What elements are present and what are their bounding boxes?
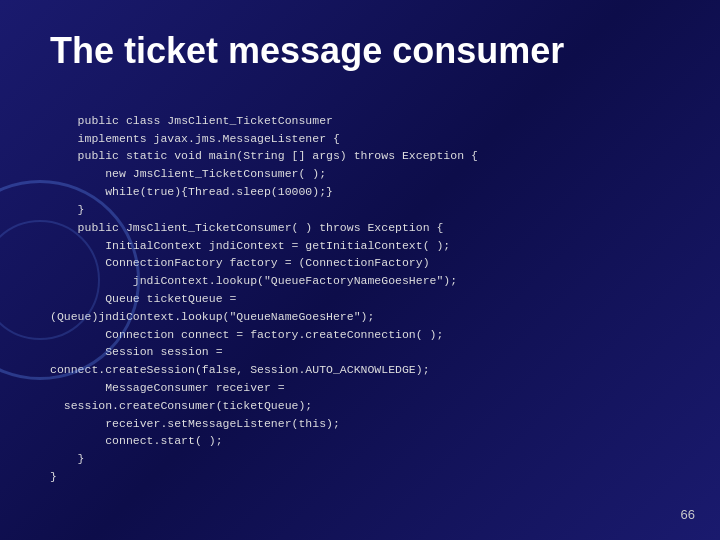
code-line-12: (Queue)jndiContext.lookup("QueueNameGoes… bbox=[50, 310, 374, 323]
code-line-16: MessageConsumer receiver = bbox=[50, 381, 285, 394]
code-line-14: Session session = bbox=[50, 345, 223, 358]
code-line-10: jndiContext.lookup("QueueFactoryNameGoes… bbox=[50, 274, 457, 287]
code-line-8: InitialContext jndiContext = getInitialC… bbox=[50, 239, 450, 252]
code-line-19: connect.start( ); bbox=[50, 434, 223, 447]
code-line-15: connect.createSession(false, Session.AUT… bbox=[50, 363, 430, 376]
code-line-20: } bbox=[50, 452, 85, 465]
code-line-9: ConnectionFactory factory = (ConnectionF… bbox=[50, 256, 430, 269]
code-line-11: Queue ticketQueue = bbox=[50, 292, 236, 305]
slide-title: The ticket message consumer bbox=[50, 30, 670, 72]
code-line-18: receiver.setMessageListener(this); bbox=[50, 417, 340, 430]
code-block: public class JmsClient_TicketConsumer im… bbox=[50, 94, 670, 504]
code-line-6: } bbox=[50, 203, 85, 216]
code-line-7: public JmsClient_TicketConsumer( ) throw… bbox=[50, 221, 443, 234]
slide: The ticket message consumer public class… bbox=[0, 0, 720, 540]
code-line-21: } bbox=[50, 470, 57, 483]
code-line-2: implements javax.jms.MessageListener { bbox=[50, 132, 340, 145]
code-line-4: new JmsClient_TicketConsumer( ); bbox=[50, 167, 326, 180]
code-line-3: public static void main(String [] args) … bbox=[50, 149, 478, 162]
code-line-13: Connection connect = factory.createConne… bbox=[50, 328, 443, 341]
code-line-1: public class JmsClient_TicketConsumer bbox=[78, 114, 333, 127]
code-line-17: session.createConsumer(ticketQueue); bbox=[50, 399, 312, 412]
page-number: 66 bbox=[681, 507, 695, 522]
code-line-5: while(true){Thread.sleep(10000);} bbox=[50, 185, 333, 198]
